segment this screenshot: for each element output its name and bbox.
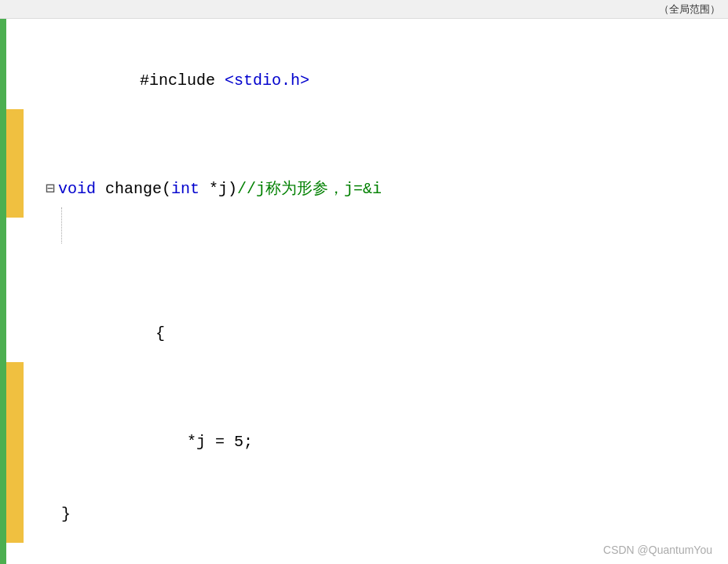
editor-container: （全局范围） #include <stdio.h>: [0, 0, 728, 564]
collapse-void-icon[interactable]: ⊟: [46, 171, 55, 207]
yellow-indicator-8: [6, 507, 24, 543]
yellow-indicator-4: [6, 362, 24, 398]
yellow-indicator-1: [6, 109, 24, 145]
code-area: #include <stdio.h> ⊟ void change( int *j…: [0, 19, 728, 564]
include-header: <stdio.h>: [225, 71, 309, 90]
code-content: #include <stdio.h> ⊟ void change( int *j…: [38, 19, 728, 564]
kw-void: void: [58, 171, 96, 207]
code-line-brace-close1: }: [46, 496, 728, 533]
code-line-void-change: ⊟ void change( int *j) //j称为形参，j=&i: [46, 171, 728, 207]
kw-int-j: int: [171, 171, 199, 207]
yellow-indicator-3: [6, 181, 24, 218]
block-line-1: [61, 207, 62, 244]
code-line-include: #include <stdio.h>: [46, 27, 728, 135]
green-bar: [0, 19, 6, 564]
change-params: *j): [199, 171, 237, 207]
code-line-brace-open1: {: [46, 207, 728, 388]
code-line-j-assign: *j = 5;: [46, 388, 728, 496]
watermark: CSDN @QuantumYou: [603, 544, 712, 556]
yellow-indicator-6: [6, 434, 24, 471]
top-bar: （全局范围）: [0, 0, 728, 19]
brace-close1: }: [61, 496, 71, 533]
comment-change: //j称为形参，j=&i: [237, 171, 382, 207]
j-assign-content: *j = 5;: [93, 388, 253, 496]
yellow-indicator-7: [6, 471, 24, 507]
left-gutter: [0, 19, 38, 564]
yellow-indicator-2: [6, 145, 24, 181]
change-func: change(: [96, 171, 171, 207]
include-text: #include: [140, 71, 225, 90]
brace-open1: {: [155, 324, 165, 342]
scope-label: （全局范围）: [659, 2, 720, 16]
yellow-indicator-5: [6, 398, 24, 434]
code-line-empty1: [46, 135, 728, 171]
j-assign: *j = 5;: [187, 433, 253, 451]
